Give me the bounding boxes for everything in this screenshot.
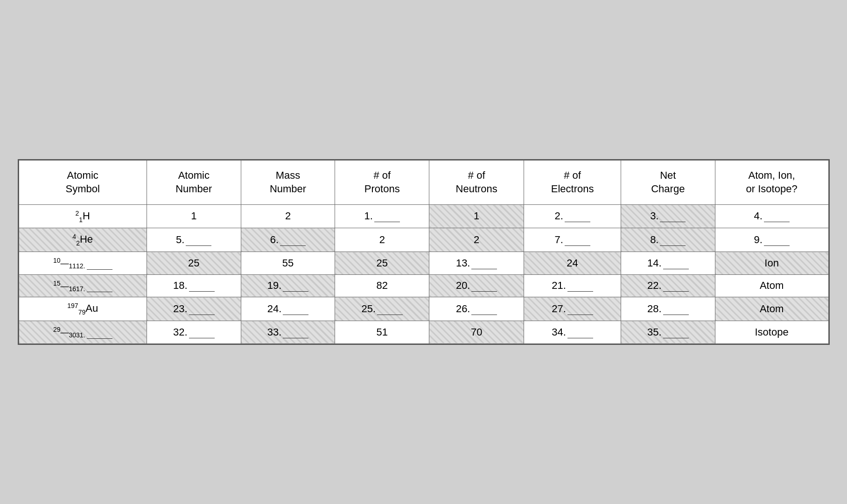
table-row: 19779Au 23. 24. 25. 26. 27. 28. Atom [19, 297, 828, 321]
blank-line [471, 315, 497, 315]
blank-line [283, 315, 308, 315]
table-row: 15—1617. 18. 19. 82 20. 21. 22. Atom [19, 274, 828, 297]
cell-electrons-6: 34. [524, 321, 621, 343]
cell-electrons-3: 24 [524, 252, 621, 275]
cell-mass-number-2: 6. [241, 228, 335, 252]
blank-line [189, 291, 215, 292]
cell-mass-number-1: 2 [241, 204, 335, 228]
col-header-neutrons: # ofNeutrons [429, 161, 524, 204]
cell-protons-2: 2 [335, 228, 429, 252]
blank-line [374, 222, 400, 222]
blank-line [471, 269, 497, 269]
cell-mass-number-4: 19. [241, 274, 335, 297]
blank-line [663, 338, 689, 338]
blank-line [186, 245, 211, 246]
blank-line [663, 269, 689, 269]
blank-line [764, 222, 790, 222]
cell-netcharge-1: 3. [621, 204, 715, 228]
cell-type-2: 9. [715, 228, 828, 252]
table-row: 29—3031. 32. 33. 51 70 34. 35. Isotope [19, 321, 828, 343]
cell-mass-number-5: 24. [241, 297, 335, 321]
cell-symbol-2: 42He [19, 228, 147, 252]
blank-line [663, 315, 689, 315]
col-header-type: Atom, Ion,or Isotope? [715, 161, 828, 204]
cell-atomic-number-1: 1 [147, 204, 241, 228]
cell-neutrons-3: 13. [429, 252, 524, 275]
cell-neutrons-5: 26. [429, 297, 524, 321]
col-header-net-charge: NetCharge [621, 161, 715, 204]
col-header-mass-number: MassNumber [241, 161, 335, 204]
cell-mass-number-3: 55 [241, 252, 335, 275]
col-header-atomic-symbol: AtomicSymbol [19, 161, 147, 204]
blank-line [565, 222, 590, 222]
blank-line [660, 222, 686, 222]
blank-line [87, 338, 112, 339]
cell-protons-1: 1. [335, 204, 429, 228]
superscript-5: 197 [67, 302, 78, 309]
table-row: 42He 5. 6. 2 2 7. 8. 9. [19, 228, 828, 252]
cell-symbol-4: 15—1617. [19, 274, 147, 297]
subscript-6a: 30 [69, 331, 76, 339]
blank-line [565, 245, 590, 246]
subscript-6b: 31. [76, 331, 85, 339]
blank-line [660, 245, 686, 246]
cell-mass-number-6: 33. [241, 321, 335, 343]
cell-protons-5: 25. [335, 297, 429, 321]
cell-electrons-4: 21. [524, 274, 621, 297]
blank-line [377, 315, 403, 315]
blank-line [764, 245, 790, 246]
subscript-5: 79 [78, 308, 86, 316]
blank-line [87, 269, 112, 270]
cell-electrons-1: 2. [524, 204, 621, 228]
subscript-4b: 17. [76, 285, 85, 292]
cell-protons-4: 82 [335, 274, 429, 297]
cell-atomic-number-2: 5. [147, 228, 241, 252]
cell-netcharge-4: 22. [621, 274, 715, 297]
superscript-3: 10 [53, 257, 61, 264]
cell-protons-6: 51 [335, 321, 429, 343]
blank-line [87, 292, 112, 292]
cell-atomic-number-4: 18. [147, 274, 241, 297]
cell-symbol-3: 10—1112. [19, 252, 147, 275]
cell-neutrons-6: 70 [429, 321, 524, 343]
chemistry-table: AtomicSymbol AtomicNumber MassNumber # o… [19, 160, 829, 343]
superscript-2: 4 [72, 233, 76, 240]
blank-line [471, 291, 497, 292]
header-row: AtomicSymbol AtomicNumber MassNumber # o… [19, 161, 828, 204]
blank-line [189, 338, 215, 338]
cell-atomic-number-6: 32. [147, 321, 241, 343]
subscript-2: 2 [76, 239, 80, 247]
cell-neutrons-4: 20. [429, 274, 524, 297]
blank-line [567, 338, 593, 338]
cell-symbol-5: 19779Au [19, 297, 147, 321]
blank-line [280, 245, 306, 246]
cell-netcharge-2: 8. [621, 228, 715, 252]
subscript-3a: 11 [69, 262, 76, 270]
cell-type-5: Atom [715, 297, 828, 321]
cell-symbol-6: 29—3031. [19, 321, 147, 343]
subscript-3b: 12. [76, 262, 85, 270]
col-header-electrons: # ofElectrons [524, 161, 621, 204]
cell-electrons-2: 7. [524, 228, 621, 252]
cell-neutrons-2: 2 [429, 228, 524, 252]
blank-line [663, 291, 689, 292]
cell-netcharge-5: 28. [621, 297, 715, 321]
superscript-6: 29 [53, 326, 61, 333]
cell-netcharge-3: 14. [621, 252, 715, 275]
blank-line [189, 315, 215, 315]
subscript-1: 1 [79, 216, 83, 223]
cell-protons-3: 25 [335, 252, 429, 275]
subscript-4a: 16 [69, 285, 76, 292]
cell-type-4: Atom [715, 274, 828, 297]
cell-electrons-5: 27. [524, 297, 621, 321]
table-row: 10—1112. 25 55 25 13. 24 14. Ion [19, 252, 828, 275]
cell-netcharge-6: 35. [621, 321, 715, 343]
cell-atomic-number-5: 23. [147, 297, 241, 321]
col-header-protons: # ofProtons [335, 161, 429, 204]
col-header-atomic-number: AtomicNumber [147, 161, 241, 204]
cell-symbol-1: 21H [19, 204, 147, 228]
blank-line [283, 338, 308, 338]
cell-atomic-number-3: 25 [147, 252, 241, 275]
table-row: 21H 1 2 1. 1 2. 3. 4. [19, 204, 828, 228]
superscript-4: 15 [53, 280, 61, 287]
